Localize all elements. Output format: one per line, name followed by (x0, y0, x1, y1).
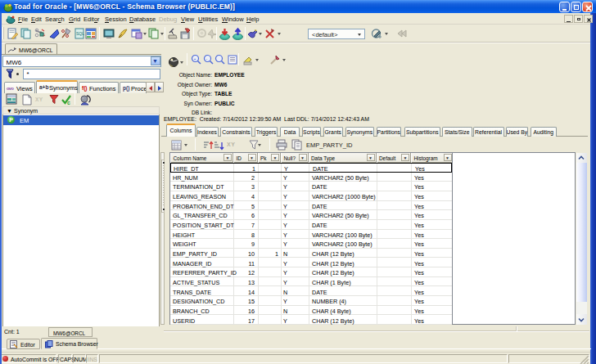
svg-text:c: c (67, 100, 70, 106)
svg-text:+: + (194, 56, 196, 61)
svg-text:SQL: SQL (76, 31, 84, 36)
